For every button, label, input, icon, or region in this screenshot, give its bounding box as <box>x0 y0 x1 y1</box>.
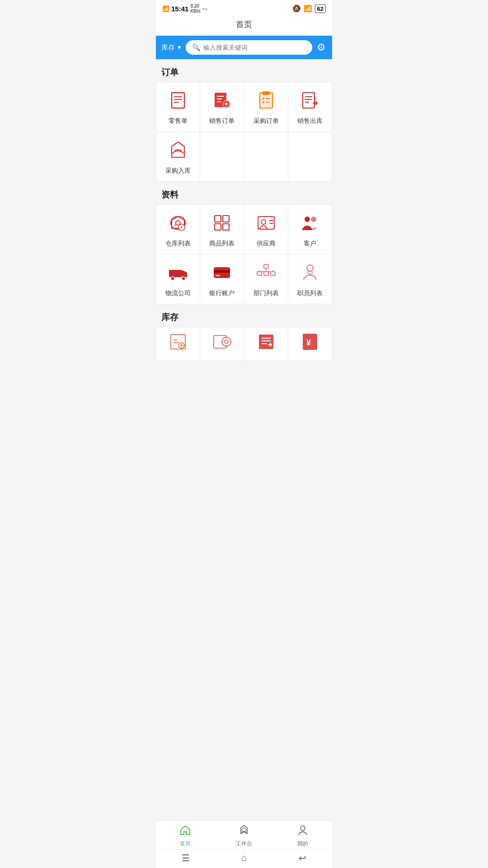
svg-rect-31 <box>223 216 229 222</box>
inventory-dropdown[interactable]: 库存 ▼ <box>161 43 182 52</box>
battery-icon: 62 <box>315 5 326 13</box>
bank-label: 银行账户 <box>209 289 235 297</box>
employee-cell[interactable]: 职员列表 <box>288 255 332 304</box>
retail-order-label: 零售单 <box>169 117 188 125</box>
home-button[interactable]: ⌂ <box>241 853 247 863</box>
retail-order-cell[interactable]: 零售单 <box>156 82 200 132</box>
search-bar: 库存 ▼ 🔍 ⚙ <box>156 36 332 59</box>
supplier-label: 供应商 <box>257 240 276 248</box>
workbench-nav-label: 工作台 <box>236 840 252 848</box>
inv4-cell[interactable]: ¥ <box>288 327 332 360</box>
svg-point-14 <box>263 98 264 99</box>
department-cell[interactable]: 部门列表 <box>244 255 288 304</box>
employee-icon <box>300 263 320 286</box>
bank-cell[interactable]: 银行账户 <box>200 255 244 304</box>
department-label: 部门列表 <box>253 289 279 297</box>
status-right: 🔕 📶 62 <box>292 5 326 13</box>
settings-button[interactable]: ⚙ <box>316 41 327 54</box>
bottom-nav-bottom: ☰ ⌂ ↩ <box>156 849 332 868</box>
inv1-cell[interactable] <box>156 327 200 360</box>
back-button[interactable]: ↩ <box>299 853 306 863</box>
sales-out-icon: ¥ <box>300 90 320 113</box>
svg-rect-40 <box>169 270 182 277</box>
bottom-nav: 首页 工作台 我的 ☰ ⌂ ↩ <box>156 820 332 868</box>
goods-list-icon <box>212 213 232 236</box>
nav-workbench[interactable]: 工作台 <box>215 824 273 848</box>
mine-nav-label: 我的 <box>297 840 308 848</box>
svg-point-43 <box>182 277 185 280</box>
content-scroll: 订单 零售单 <box>156 59 332 410</box>
svg-text:¥: ¥ <box>314 97 316 101</box>
data-row-2: 物流公司 银行账户 <box>156 255 332 304</box>
customer-cell[interactable]: 客户 <box>288 205 332 254</box>
purchase-order-icon <box>256 90 276 113</box>
svg-point-77 <box>300 826 305 830</box>
warehouse-list-label: 仓库列表 <box>165 240 191 248</box>
svg-marker-75 <box>241 826 247 834</box>
svg-rect-69 <box>259 335 273 349</box>
sales-out-cell[interactable]: ¥ 销售出库 <box>288 82 332 132</box>
svg-rect-32 <box>215 224 221 230</box>
supplier-cell[interactable]: 供应商 <box>244 205 288 254</box>
svg-rect-46 <box>216 275 220 276</box>
sales-order-cell[interactable]: 销售订单 <box>200 82 244 132</box>
home-nav-label: 首页 <box>180 840 191 848</box>
svg-rect-18 <box>303 93 314 108</box>
page-title: 首页 <box>236 20 252 29</box>
goods-list-cell[interactable]: 商品列表 <box>200 205 244 254</box>
bell-icon: 🔕 <box>292 5 301 13</box>
wifi-icon: 📶 <box>304 5 312 13</box>
svg-rect-47 <box>264 264 268 268</box>
orders-row-2: 采购入库 <box>156 132 332 181</box>
workbench-nav-icon <box>238 824 250 839</box>
inv2-cell[interactable] <box>200 327 244 360</box>
inventory-label: 库存 <box>161 43 175 52</box>
goods-list-label: 商品列表 <box>209 240 235 248</box>
status-bar: 📶 15:41 0.20 KB/s ··· 🔕 📶 62 <box>156 0 332 15</box>
orders-row-1: 零售单 销售订单 <box>156 82 332 132</box>
svg-rect-0 <box>172 93 184 108</box>
sales-order-label: 销售订单 <box>209 117 235 125</box>
purchase-in-cell[interactable]: 采购入库 <box>156 132 200 181</box>
search-input[interactable] <box>203 44 306 51</box>
home-nav-icon <box>179 824 191 839</box>
logistics-label: 物流公司 <box>165 289 191 297</box>
title-bar: 首页 <box>156 15 332 36</box>
supplier-icon <box>256 213 276 236</box>
svg-rect-48 <box>257 272 262 275</box>
svg-point-42 <box>171 277 174 280</box>
svg-rect-49 <box>264 272 268 275</box>
warehouse-list-icon <box>168 213 188 236</box>
svg-marker-41 <box>182 270 187 277</box>
nav-mine[interactable]: 我的 <box>273 824 332 848</box>
status-left: 📶 15:41 0.20 KB/s ··· <box>162 4 207 14</box>
dots-indicator: ··· <box>202 5 207 12</box>
data-grid: 仓库列表 商品列表 <box>156 204 332 304</box>
svg-rect-30 <box>215 216 221 222</box>
retail-order-icon <box>168 90 188 113</box>
mine-nav-icon <box>297 824 309 839</box>
svg-point-35 <box>261 220 266 224</box>
logistics-icon <box>168 263 188 286</box>
purchase-order-cell[interactable]: 采购订单 <box>244 82 288 132</box>
svg-rect-45 <box>214 270 230 273</box>
search-input-wrap[interactable]: 🔍 <box>186 40 312 55</box>
bottom-nav-top: 首页 工作台 我的 <box>156 821 332 849</box>
department-icon <box>256 263 276 286</box>
svg-point-39 <box>311 217 316 222</box>
empty-cell-1 <box>200 132 244 181</box>
svg-point-15 <box>263 101 264 103</box>
customer-icon <box>300 213 320 236</box>
employee-label: 职员列表 <box>297 289 323 297</box>
warehouse-list-cell[interactable]: 仓库列表 <box>156 205 200 254</box>
speed-indicator: 0.20 KB/s <box>190 4 201 14</box>
logistics-cell[interactable]: 物流公司 <box>156 255 200 304</box>
inv3-cell[interactable] <box>244 327 288 360</box>
purchase-in-label: 采购入库 <box>165 167 191 175</box>
chevron-down-icon: ▼ <box>177 44 182 51</box>
bank-icon <box>212 263 232 286</box>
menu-button[interactable]: ☰ <box>182 853 190 863</box>
purchase-order-label: 采购订单 <box>253 117 279 125</box>
search-icon: 🔍 <box>192 43 201 52</box>
nav-home[interactable]: 首页 <box>156 824 215 848</box>
